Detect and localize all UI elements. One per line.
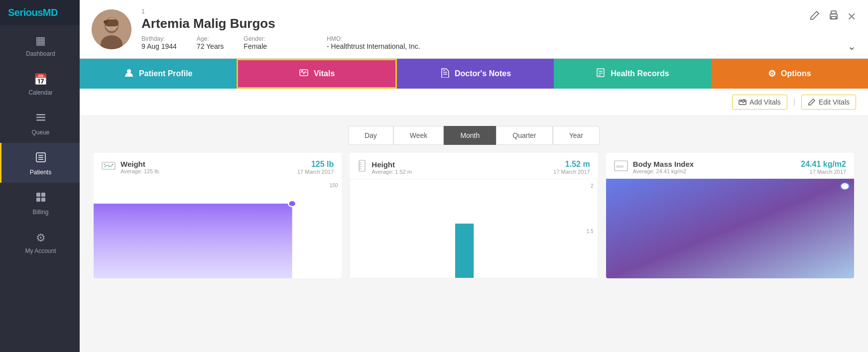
birthday-label: Birthday: xyxy=(141,35,177,42)
svg-rect-8 xyxy=(41,193,45,197)
svg-rect-47 xyxy=(455,224,474,278)
height-average: Average: 1.52 m xyxy=(372,169,412,175)
avatar xyxy=(92,9,131,49)
weight-date: 17 March 2017 xyxy=(297,169,334,175)
height-date: 17 March 2017 xyxy=(553,169,590,175)
logo-main: Serious xyxy=(8,7,43,18)
height-chart: 2 1.5 xyxy=(350,179,598,278)
tab-options[interactable]: ⚙ Options xyxy=(711,59,868,89)
sidebar-item-calendar[interactable]: 📅 Calendar xyxy=(0,64,80,103)
tab-patient-profile[interactable]: Patient Profile xyxy=(80,59,237,89)
patient-header: 1 Artemia Malig Burgos Birthday: 9 Aug 1… xyxy=(80,0,868,59)
filter-quarter[interactable]: Quarter xyxy=(496,126,552,145)
bmi-value-area: 24.41 kg/m2 17 March 2017 xyxy=(801,160,846,175)
gender-label: Gender: xyxy=(244,35,267,42)
sidebar-item-label: Billing xyxy=(32,209,48,216)
add-vitals-label: Add Vitals xyxy=(749,98,781,106)
tab-label: Vitals xyxy=(314,69,335,78)
height-title: Height xyxy=(372,160,412,169)
billing-icon xyxy=(35,192,46,206)
svg-point-39 xyxy=(112,163,114,165)
bmi-title: Body Mass Index xyxy=(633,160,694,168)
filter-month[interactable]: Month xyxy=(444,126,496,145)
patient-info: 1 Artemia Malig Burgos Birthday: 9 Aug 1… xyxy=(141,8,856,50)
tab-label: Doctor's Notes xyxy=(455,69,511,78)
bmi-card: BMI Body Mass Index Average: 24.41 kg/m2… xyxy=(606,153,854,278)
bmi-chart xyxy=(606,179,854,278)
weight-title: Weight xyxy=(121,160,159,168)
tab-health-records[interactable]: Health Records xyxy=(554,59,711,89)
svg-point-24 xyxy=(127,69,131,73)
tab-vitals[interactable]: Vitals xyxy=(237,59,396,89)
action-separator: | xyxy=(793,98,795,107)
my-account-icon: ⚙ xyxy=(36,232,46,244)
svg-rect-1 xyxy=(36,117,45,118)
time-filter: Day Week Month Quarter Year xyxy=(80,116,868,153)
patient-hmo: HMO: - Healthtrust International, Inc. xyxy=(327,35,420,50)
weight-chart: 150 xyxy=(94,179,342,278)
weight-average: Average: 125 lb xyxy=(121,168,159,174)
weight-value-area: 125 lb 17 March 2017 xyxy=(297,160,334,175)
filter-day[interactable]: Day xyxy=(348,126,393,145)
chevron-down-icon[interactable]: ⌄ xyxy=(848,40,856,52)
svg-rect-50 xyxy=(606,179,854,278)
age-label: Age: xyxy=(197,35,224,42)
print-button[interactable] xyxy=(828,10,839,23)
patient-gender: Gender: Female xyxy=(244,35,267,50)
add-vitals-button[interactable]: Add Vitals xyxy=(732,95,787,110)
sidebar: SeriousMD ▦ Dashboard 📅 Calendar Queue xyxy=(0,0,80,352)
sidebar-item-queue[interactable]: Queue xyxy=(0,103,80,143)
svg-marker-40 xyxy=(94,204,292,278)
options-icon: ⚙ xyxy=(768,68,776,79)
vitals-actions-bar: Add Vitals | Edit Vitals xyxy=(80,89,868,116)
close-button[interactable]: ✕ xyxy=(847,10,856,23)
weight-card: Weight Average: 125 lb 125 lb 17 March 2… xyxy=(94,153,342,278)
patient-number: 1 xyxy=(141,8,856,15)
sidebar-item-label: Calendar xyxy=(28,89,53,96)
bmi-header: BMI Body Mass Index Average: 24.41 kg/m2… xyxy=(606,153,854,179)
vitals-cards: Weight Average: 125 lb 125 lb 17 March 2… xyxy=(80,153,868,278)
weight-icon xyxy=(102,160,116,174)
filter-year[interactable]: Year xyxy=(553,126,600,145)
tab-bar: Patient Profile Vitals Doctor's Notes xyxy=(80,59,868,89)
edit-vitals-button[interactable]: Edit Vitals xyxy=(801,95,856,110)
weight-header: Weight Average: 125 lb 125 lb 17 March 2… xyxy=(94,153,342,179)
patient-birthday: Birthday: 9 Aug 1944 xyxy=(141,35,177,50)
bmi-icon: BMI xyxy=(614,160,628,174)
svg-rect-23 xyxy=(831,16,836,19)
filter-week[interactable]: Week xyxy=(393,126,444,145)
tab-label: Options xyxy=(781,69,811,78)
gender-value: Female xyxy=(244,42,267,50)
edit-vitals-label: Edit Vitals xyxy=(819,98,850,106)
calendar-icon: 📅 xyxy=(34,73,47,86)
sidebar-item-my-account[interactable]: ⚙ My Account xyxy=(0,223,80,261)
svg-point-41 xyxy=(288,201,296,207)
header-actions: ✕ xyxy=(809,10,856,23)
svg-rect-22 xyxy=(831,11,836,14)
sidebar-item-dashboard[interactable]: ▦ Dashboard xyxy=(0,25,80,64)
sidebar-item-billing[interactable]: Billing xyxy=(0,183,80,223)
weight-value: 125 lb xyxy=(297,160,334,169)
bmi-date: 17 March 2017 xyxy=(801,169,846,175)
height-card: Height Average: 1.52 m 1.52 m 17 March 2… xyxy=(350,153,598,278)
sidebar-item-patients[interactable]: Patients xyxy=(0,143,80,183)
svg-rect-2 xyxy=(36,119,45,121)
height-value-area: 1.52 m 17 March 2017 xyxy=(553,160,590,175)
sidebar-item-label: Queue xyxy=(31,129,49,136)
bmi-average: Average: 24.41 kg/m2 xyxy=(633,168,694,174)
logo-text: SeriousMD xyxy=(8,7,58,18)
svg-rect-42 xyxy=(359,160,365,171)
svg-point-38 xyxy=(104,163,106,165)
patient-name: Artemia Malig Burgos xyxy=(141,16,856,31)
tab-doctors-notes[interactable]: Doctor's Notes xyxy=(397,59,554,89)
height-title-text: Height Average: 1.52 m xyxy=(372,160,412,175)
age-value: 72 Years xyxy=(197,42,224,50)
main-content: 1 Artemia Malig Burgos Birthday: 9 Aug 1… xyxy=(80,0,868,352)
records-icon xyxy=(596,68,606,80)
svg-text:BMI: BMI xyxy=(617,164,623,169)
weight-title-area: Weight Average: 125 lb xyxy=(102,160,159,174)
patient-details: Birthday: 9 Aug 1944 Age: 72 Years Gende… xyxy=(141,35,856,50)
height-icon xyxy=(358,160,367,175)
edit-patient-button[interactable] xyxy=(809,10,820,23)
bmi-title-area: BMI Body Mass Index Average: 24.41 kg/m2 xyxy=(614,160,694,174)
